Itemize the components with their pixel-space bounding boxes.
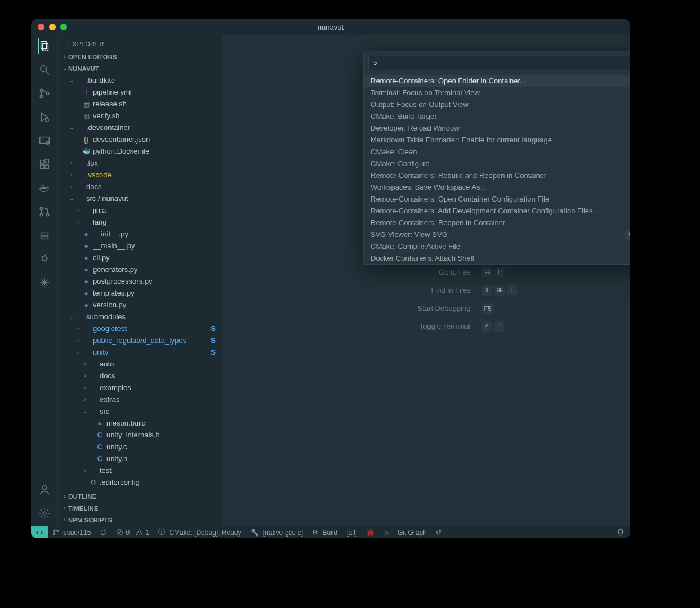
command-item[interactable]: Remote-Containers: Rebuild and Reopen in… <box>364 169 630 181</box>
file-item[interactable]: Cunity_internals.h <box>58 429 222 441</box>
py-icon: ● <box>82 242 91 250</box>
file-item[interactable]: ●templates.py <box>58 287 222 299</box>
titlebar[interactable]: nunavut <box>31 19 630 35</box>
command-label: Output: Focus on Output View <box>371 100 630 109</box>
command-item[interactable]: Markdown Table Formatter: Enable for cur… <box>364 134 630 146</box>
command-item[interactable]: Output: Focus on Output View <box>364 99 630 110</box>
file-item[interactable]: ▦verify.sh <box>58 110 222 122</box>
git-graph[interactable]: Git Graph <box>393 529 431 537</box>
history-icon[interactable]: ↺ <box>431 529 446 537</box>
remote-explorer-icon[interactable] <box>38 134 51 147</box>
spark-icon[interactable] <box>38 276 51 289</box>
folder-item[interactable]: ›docs <box>58 370 222 382</box>
file-item[interactable]: !pipeline.yml <box>58 86 222 98</box>
folder-item[interactable]: ⌄.devcontainer <box>58 122 222 133</box>
account-icon[interactable] <box>38 483 51 497</box>
cmake-target[interactable]: [all] <box>342 529 362 537</box>
folder-item[interactable]: ›docs <box>58 181 222 193</box>
run-launch-icon[interactable]: ▷ <box>379 529 393 537</box>
folder-item[interactable]: ›test <box>58 464 222 476</box>
command-item[interactable]: Workspaces: Save Workspace As... <box>364 181 630 193</box>
command-label: Terminal: Focus on Terminal View <box>371 88 630 97</box>
folder-item[interactable]: ›auto <box>58 358 222 370</box>
workspace-root[interactable]: ⌄NUNAVUT <box>58 62 222 74</box>
file-item[interactable]: ▦release.sh <box>58 98 222 110</box>
item-label: unity.h <box>106 454 219 463</box>
timeline-section[interactable]: ›TIMELINE <box>58 502 222 514</box>
docker-icon: 🐳 <box>82 147 91 155</box>
command-label: Remote-Containers: Open Folder in Contai… <box>371 77 630 85</box>
file-item[interactable]: ≡meson.build <box>58 417 222 429</box>
command-item[interactable]: Terminal: Focus on Terminal View <box>364 87 630 99</box>
problems[interactable]: 0 1 <box>112 529 154 537</box>
svg-point-10 <box>46 141 49 144</box>
file-item[interactable]: Cunity.h <box>58 453 222 464</box>
folder-item[interactable]: ›.vscode <box>58 169 222 181</box>
folder-item[interactable]: ›examples <box>58 382 222 394</box>
file-item[interactable]: ●__init__.py <box>58 228 222 240</box>
folder-item[interactable]: ⌄src / nunavut <box>58 193 222 204</box>
bookmarks-icon[interactable] <box>38 229 51 242</box>
command-item[interactable]: Remote-Containers: Add Development Conta… <box>364 205 630 217</box>
folder-item[interactable]: ⌄src <box>58 405 222 417</box>
npm-scripts-section[interactable]: ›NPM SCRIPTS <box>58 514 222 526</box>
pull-requests-icon[interactable] <box>38 205 51 218</box>
gitlens-icon[interactable] <box>38 252 51 266</box>
command-label: Remote-Containers: Add Development Conta… <box>371 207 630 215</box>
command-item[interactable]: SVG Viewer: View SVG⇧⌥SO <box>364 229 630 240</box>
command-item[interactable]: Remote-Containers: Open Container Config… <box>364 193 630 205</box>
folder-item[interactable]: ⌄submodules <box>58 311 222 323</box>
file-item[interactable]: 🐳python.Dockerfile <box>58 145 222 157</box>
docker-icon[interactable] <box>38 181 51 195</box>
remote-indicator[interactable] <box>31 526 48 538</box>
file-item[interactable]: ●generators.py <box>58 263 222 275</box>
command-input[interactable] <box>368 56 630 70</box>
notifications-icon[interactable] <box>612 529 630 537</box>
folder-item[interactable]: ⌄.buildkite <box>58 74 222 86</box>
command-item[interactable]: Remote-Containers: Reopen in Container <box>364 217 630 229</box>
command-item[interactable]: Developer: Reload Window⌘R <box>364 122 630 134</box>
cmake-kit[interactable]: 🔧 [native-gcc-c] <box>246 529 308 537</box>
item-label: version.py <box>93 301 219 309</box>
file-item[interactable]: ●postprocessors.py <box>58 275 222 287</box>
command-item[interactable]: CMake: Clean <box>364 146 630 158</box>
explorer-icon[interactable] <box>38 39 51 53</box>
command-item[interactable]: CMake: Configure <box>364 158 630 169</box>
open-editors-section[interactable]: ›OPEN EDITORS <box>58 51 222 62</box>
folder-item[interactable]: ›jinja <box>58 204 222 216</box>
extensions-icon[interactable] <box>38 158 51 171</box>
file-item[interactable]: ⚙.editorconfig <box>58 476 222 488</box>
c-icon: C <box>95 431 104 439</box>
file-item[interactable]: ●cli.py <box>58 252 222 263</box>
file-item[interactable]: {}devcontainer.json <box>58 133 222 145</box>
sync-status[interactable] <box>95 529 112 536</box>
outline-section[interactable]: ›OUTLINE <box>58 490 222 502</box>
item-label: cli.py <box>93 253 219 262</box>
statusbar: issue/115 0 1 ⓘ CMake: [Debug]: Ready 🔧 … <box>31 526 630 538</box>
folder-item[interactable]: ›extras <box>58 394 222 405</box>
folder-item[interactable]: ›googletestS <box>58 323 222 334</box>
command-item[interactable]: Docker Containers: Attach Shell <box>364 252 630 264</box>
shortcut-label: Toggle Terminal <box>336 323 471 331</box>
command-item[interactable]: CMake: Build Target⇧F7 <box>364 110 630 122</box>
settings-gear-icon[interactable] <box>38 507 51 520</box>
search-icon[interactable] <box>38 63 51 77</box>
debug-launch-icon[interactable]: 🐞 <box>362 529 379 537</box>
file-item[interactable]: Cunity.c <box>58 441 222 453</box>
item-label: googletest <box>93 324 211 333</box>
git-branch[interactable]: issue/115 <box>48 529 95 537</box>
cmake-build[interactable]: ⚙ Build <box>307 529 342 537</box>
folder-item[interactable]: ⌄unityS <box>58 346 222 358</box>
file-item[interactable]: ●version.py <box>58 299 222 311</box>
command-item[interactable]: CMake: Compile Active File <box>364 240 630 252</box>
file-item[interactable]: ●__main__.py <box>58 240 222 252</box>
item-label: postprocessors.py <box>93 277 219 285</box>
run-icon[interactable] <box>38 110 51 124</box>
command-item[interactable]: Remote-Containers: Open Folder in Contai… <box>364 75 630 87</box>
item-label: .buildkite <box>86 76 219 84</box>
cmake-status[interactable]: ⓘ CMake: [Debug]: Ready <box>154 527 246 537</box>
source-control-icon[interactable] <box>38 87 51 100</box>
folder-item[interactable]: ›public_regulated_data_typesS <box>58 334 222 346</box>
folder-item[interactable]: ›.tox <box>58 157 222 169</box>
folder-item[interactable]: ›lang <box>58 216 222 228</box>
